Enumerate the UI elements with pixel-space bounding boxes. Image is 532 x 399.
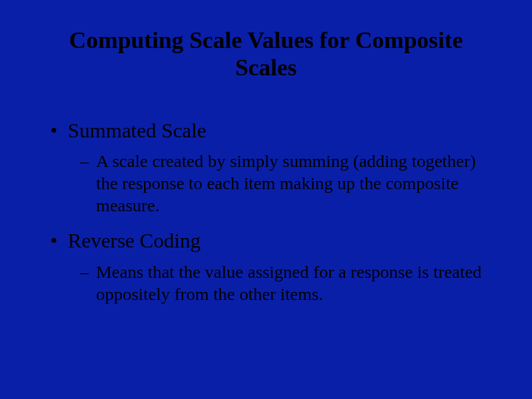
bullet-icon: • bbox=[50, 118, 58, 143]
bullet-row: • Summated Scale bbox=[50, 118, 491, 143]
subbullet-row: – Means that the value assigned for a re… bbox=[80, 261, 491, 305]
slide-title: Computing Scale Values for Composite Sca… bbox=[59, 27, 473, 81]
slide: Computing Scale Values for Composite Sca… bbox=[0, 0, 532, 399]
list-item: • Summated Scale – A scale created by si… bbox=[50, 118, 491, 217]
bullet-list-level2: – Means that the value assigned for a re… bbox=[50, 261, 491, 305]
bullet-icon: • bbox=[50, 228, 58, 253]
subbullet-text: Means that the value assigned for a resp… bbox=[96, 261, 488, 305]
list-item: • Reverse Coding – Means that the value … bbox=[50, 228, 491, 305]
subbullet-row: – A scale created by simply summing (add… bbox=[80, 150, 491, 216]
list-item: – A scale created by simply summing (add… bbox=[80, 150, 491, 216]
list-item: – Means that the value assigned for a re… bbox=[80, 261, 491, 305]
bullet-row: • Reverse Coding bbox=[50, 228, 491, 253]
dash-icon: – bbox=[80, 261, 89, 283]
bullet-text: Reverse Coding bbox=[68, 228, 201, 253]
subbullet-text: A scale created by simply summing (addin… bbox=[96, 150, 488, 216]
bullet-list-level2: – A scale created by simply summing (add… bbox=[50, 150, 491, 216]
dash-icon: – bbox=[80, 150, 89, 172]
bullet-list-level1: • Summated Scale – A scale created by si… bbox=[35, 118, 497, 305]
bullet-text: Summated Scale bbox=[68, 118, 206, 143]
